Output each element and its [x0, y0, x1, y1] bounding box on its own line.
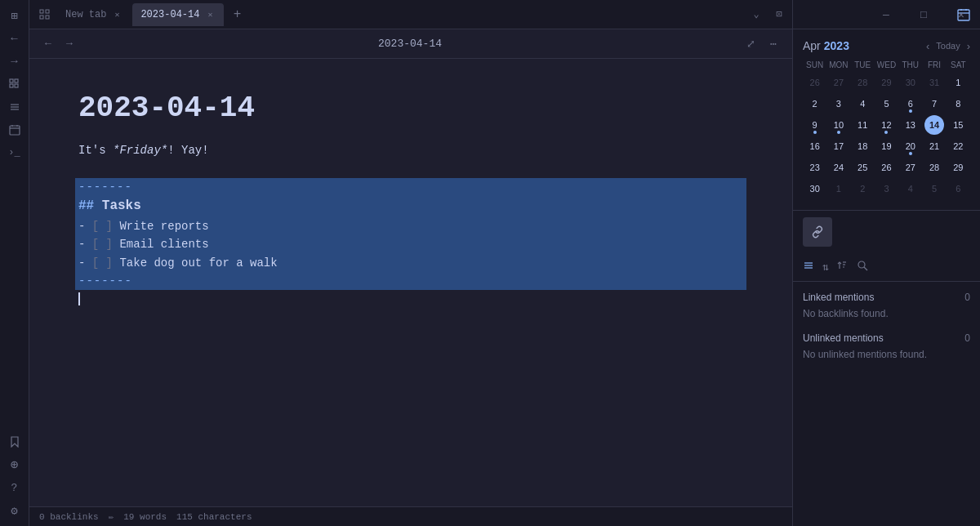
settings-icon[interactable]: ⚙: [6, 501, 24, 519]
calendar-day-8[interactable]: 8: [948, 94, 968, 114]
calendar-day-22[interactable]: 22: [948, 136, 968, 156]
tab-grid-button[interactable]: [33, 3, 56, 26]
calendar-day-2-other[interactable]: 2: [853, 179, 872, 198]
plugin-icon[interactable]: ⊕: [6, 456, 24, 474]
tab-new-tab-close[interactable]: ✕: [111, 9, 122, 20]
calendar-day-12[interactable]: 12: [876, 115, 896, 135]
tab-add-button[interactable]: +: [227, 5, 247, 25]
calendar-day-7[interactable]: 7: [924, 94, 944, 114]
calendar-day-27[interactable]: 27: [901, 158, 920, 177]
calendar-next-button[interactable]: ›: [967, 40, 970, 52]
unlinked-mentions-section: Unlinked mentions 0 No unlinked mentions…: [803, 332, 970, 360]
calendar-day-20[interactable]: 20: [901, 136, 920, 156]
window-close-button[interactable]: ✕: [942, 0, 980, 29]
grid-icon[interactable]: ⊞: [6, 7, 24, 25]
status-backlinks[interactable]: 0 backlinks: [39, 512, 99, 522]
calendar-day-29-other[interactable]: 29: [876, 73, 896, 92]
calendar-day-30-other[interactable]: 30: [901, 73, 920, 92]
calendar-day-29[interactable]: 29: [948, 158, 968, 177]
calendar-day-27-other[interactable]: 27: [829, 73, 849, 92]
bl-list-icon[interactable]: [803, 260, 814, 274]
forward-icon[interactable]: →: [6, 52, 24, 70]
svg-rect-3: [15, 84, 18, 87]
tab-daily-note[interactable]: 2023-04-14 ✕: [132, 3, 224, 26]
svg-rect-14: [40, 16, 43, 19]
calendar-day-14[interactable]: 14: [924, 115, 944, 135]
calendar-days-header: SUN MON TUE WED THU FRI SAT: [803, 60, 970, 69]
calendar-day-28[interactable]: 28: [924, 158, 944, 177]
calendar-day-4[interactable]: 4: [853, 94, 872, 114]
calendar-day-10[interactable]: 10: [829, 115, 849, 135]
calendar-day-30[interactable]: 30: [805, 179, 825, 198]
calendar-day-28-other[interactable]: 28: [853, 73, 872, 92]
terminal-icon[interactable]: ›_: [6, 144, 24, 162]
cal-day-sat: SAT: [947, 60, 970, 69]
calendar-year: 2023: [824, 39, 849, 52]
svg-rect-12: [40, 10, 43, 13]
calendar-day-15[interactable]: 15: [948, 115, 968, 135]
editor-line-empty: [78, 159, 743, 177]
calendar-day-26[interactable]: 26: [876, 158, 896, 177]
sidebar: ⊞ ← → ›_: [0, 0, 29, 526]
calendar-day-9[interactable]: 9: [805, 115, 825, 135]
calendar-day-5[interactable]: 5: [876, 94, 896, 114]
unlinked-mentions-empty: No unlinked mentions found.: [803, 349, 970, 360]
calendar-prev-button[interactable]: ‹: [926, 40, 929, 52]
calendar-today-button[interactable]: Today: [936, 41, 960, 51]
calendar-day-26-other[interactable]: 26: [805, 73, 825, 92]
back-icon[interactable]: ←: [6, 29, 24, 47]
calendar-day-3[interactable]: 3: [829, 94, 849, 114]
calendar-day-13[interactable]: 13: [901, 115, 920, 135]
calendar-sidebar-icon[interactable]: [6, 121, 24, 139]
toolbar-title: 2023-04-14: [85, 38, 735, 50]
cal-day-wed: WED: [875, 60, 898, 69]
tab-new-tab[interactable]: New tab ✕: [57, 3, 131, 26]
editor-area[interactable]: 2023-04-14 It's *Friday*! Yay! ------- #…: [29, 59, 792, 506]
calendar-day-2[interactable]: 2: [805, 94, 825, 114]
status-edit[interactable]: ✏: [109, 511, 114, 522]
toolbar-nav: ← →: [39, 35, 78, 53]
calendar-day-1-other[interactable]: 1: [829, 179, 849, 198]
search-icon[interactable]: [6, 75, 24, 93]
calendar-day-23[interactable]: 23: [805, 158, 825, 177]
help-icon[interactable]: ?: [6, 479, 24, 497]
calendar-day-5-other[interactable]: 5: [924, 179, 944, 198]
edit-icon: ✏: [109, 511, 114, 522]
calendar-week-5: 30123456: [803, 179, 970, 198]
window-layout-button[interactable]: ⊡: [769, 5, 789, 25]
bl-filter-icon[interactable]: ⇅: [822, 261, 829, 274]
calendar-day-6-other[interactable]: 6: [948, 179, 968, 198]
bookmark-icon[interactable]: [6, 433, 24, 451]
calendar-day-21[interactable]: 21: [924, 136, 944, 156]
calendar-day-17[interactable]: 17: [829, 136, 849, 156]
svg-rect-0: [10, 79, 13, 82]
tab-options-button[interactable]: ⌄: [746, 5, 766, 25]
calendar-day-19[interactable]: 19: [876, 136, 896, 156]
calendar-day-6[interactable]: 6: [901, 94, 920, 114]
window-minimize-button[interactable]: —: [867, 0, 905, 29]
tab-daily-note-close[interactable]: ✕: [204, 9, 216, 20]
window-maximize-button[interactable]: □: [905, 0, 942, 29]
calendar-day-25[interactable]: 25: [853, 158, 872, 177]
toolbar-more-button[interactable]: ⋯: [764, 35, 782, 53]
calendar-day-4-other[interactable]: 4: [901, 179, 920, 198]
editor-line-italic: It's *Friday*! Yay!: [78, 141, 743, 159]
calendar-day-24[interactable]: 24: [829, 158, 849, 177]
files-icon[interactable]: [6, 98, 24, 116]
cal-day-thu: THU: [898, 60, 922, 69]
link-icon-button[interactable]: [803, 217, 832, 247]
calendar-day-16[interactable]: 16: [805, 136, 825, 156]
svg-rect-15: [46, 16, 49, 19]
calendar-day-18[interactable]: 18: [853, 136, 872, 156]
calendar-day-3-other[interactable]: 3: [876, 179, 896, 198]
calendar-day-31-other[interactable]: 31: [924, 73, 944, 92]
calendar-day-1[interactable]: 1: [948, 73, 968, 92]
bl-search-icon[interactable]: [857, 260, 868, 274]
toolbar-forward-button[interactable]: →: [60, 35, 78, 53]
toolbar-expand-button[interactable]: ⤢: [742, 35, 760, 53]
bl-sort-icon[interactable]: [837, 260, 849, 274]
toolbar-back-button[interactable]: ←: [39, 35, 57, 53]
calendar-day-11[interactable]: 11: [853, 115, 872, 135]
linked-mentions-title: Linked mentions: [803, 292, 874, 303]
backlinks-panel: ⇅: [793, 253, 980, 526]
